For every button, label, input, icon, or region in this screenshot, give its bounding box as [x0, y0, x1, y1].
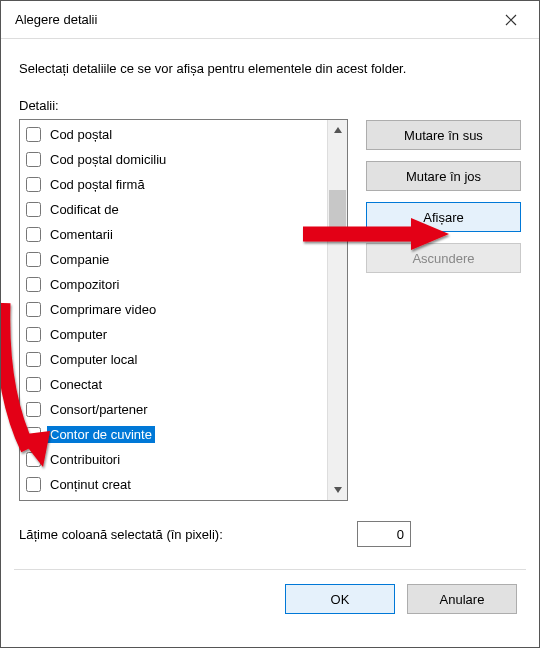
cancel-button[interactable]: Anulare	[407, 584, 517, 614]
list-item-checkbox[interactable]	[26, 127, 41, 142]
list-item[interactable]: Compozitori	[20, 272, 327, 297]
chevron-down-icon	[334, 487, 342, 493]
list-item-label: Contor de cuvinte	[47, 426, 155, 443]
list-item-checkbox[interactable]	[26, 427, 41, 442]
list-item-checkbox[interactable]	[26, 202, 41, 217]
list-item-label: Cod poștal domiciliu	[47, 151, 169, 168]
list-item-checkbox[interactable]	[26, 352, 41, 367]
list-item[interactable]: Cod poștal domiciliu	[20, 147, 327, 172]
instructions-text: Selectați detaliile ce se vor afișa pent…	[19, 61, 521, 76]
titlebar: Alegere detalii	[1, 1, 539, 39]
move-down-button[interactable]: Mutare în jos	[366, 161, 521, 191]
details-listbox[interactable]: Cod poștalCod poștal domiciliuCod poștal…	[19, 119, 348, 501]
list-item-checkbox[interactable]	[26, 252, 41, 267]
list-item[interactable]: Computer local	[20, 347, 327, 372]
list-item-label: Comprimare video	[47, 301, 159, 318]
list-item-checkbox[interactable]	[26, 377, 41, 392]
list-item-checkbox[interactable]	[26, 177, 41, 192]
list-item-label: Cod poștal	[47, 126, 115, 143]
list-item[interactable]: Codificat de	[20, 197, 327, 222]
list-item-checkbox[interactable]	[26, 302, 41, 317]
list-item[interactable]: Comprimare video	[20, 297, 327, 322]
list-item-label: Contribuitori	[47, 451, 123, 468]
list-item[interactable]: Contor de cuvinte	[20, 422, 327, 447]
list-item-checkbox[interactable]	[26, 227, 41, 242]
close-button[interactable]	[489, 5, 533, 35]
divider	[14, 569, 526, 570]
scrollbar-thumb[interactable]	[329, 190, 346, 240]
list-item-label: Cod poștal firmă	[47, 176, 148, 193]
list-item-checkbox[interactable]	[26, 277, 41, 292]
scrollbar[interactable]	[327, 120, 347, 500]
list-item-checkbox[interactable]	[26, 152, 41, 167]
window-title: Alegere detalii	[15, 12, 489, 27]
move-up-button[interactable]: Mutare în sus	[366, 120, 521, 150]
list-item[interactable]: Computer	[20, 322, 327, 347]
list-item-checkbox[interactable]	[26, 452, 41, 467]
list-item[interactable]: Cod poștal	[20, 122, 327, 147]
column-width-input[interactable]	[357, 521, 411, 547]
chevron-up-icon	[334, 127, 342, 133]
list-item-label: Codificat de	[47, 201, 122, 218]
list-item-label: Conectat	[47, 376, 105, 393]
ok-button[interactable]: OK	[285, 584, 395, 614]
list-item-label: Companie	[47, 251, 112, 268]
list-item[interactable]: Cod poștal firmă	[20, 172, 327, 197]
list-item-label: Compozitori	[47, 276, 122, 293]
list-item-label: Consort/partener	[47, 401, 151, 418]
column-width-label: Lățime coloană selectată (în pixeli):	[19, 527, 223, 542]
scroll-up-arrow[interactable]	[328, 120, 347, 140]
list-item-label: Computer	[47, 326, 110, 343]
scroll-down-arrow[interactable]	[328, 480, 347, 500]
list-item[interactable]: Companie	[20, 247, 327, 272]
list-item[interactable]: Contribuitori	[20, 447, 327, 472]
close-icon	[505, 14, 517, 26]
details-label: Detalii:	[19, 98, 521, 113]
list-item-checkbox[interactable]	[26, 327, 41, 342]
list-item-checkbox[interactable]	[26, 402, 41, 417]
list-item[interactable]: Consort/partener	[20, 397, 327, 422]
list-item-label: Computer local	[47, 351, 140, 368]
list-item-label: Comentarii	[47, 226, 116, 243]
list-item[interactable]: Conținut creat	[20, 472, 327, 497]
list-item[interactable]: Comentarii	[20, 222, 327, 247]
list-item-checkbox[interactable]	[26, 477, 41, 492]
hide-button[interactable]: Ascundere	[366, 243, 521, 273]
list-item-label: Conținut creat	[47, 476, 134, 493]
show-button[interactable]: Afișare	[366, 202, 521, 232]
list-item[interactable]: Conectat	[20, 372, 327, 397]
